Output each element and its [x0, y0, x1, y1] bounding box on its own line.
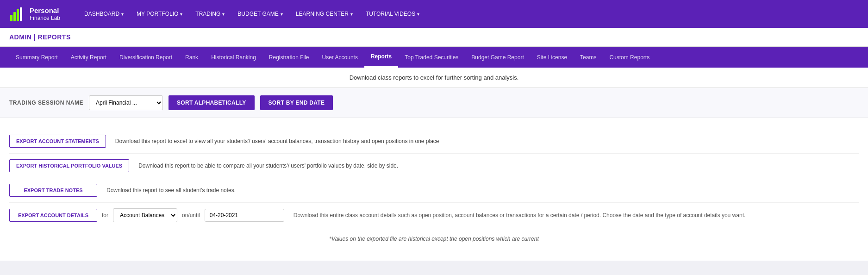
nav-items: DASHBOARD ▾ MY PORTFOLIO ▾ TRADING ▾ BUD… — [79, 7, 425, 21]
export-account-details-row: EXPORT ACCOUNT DETAILS for Account Balan… — [9, 203, 859, 228]
tab-registration-file[interactable]: Registration File — [262, 47, 316, 68]
svg-rect-1 — [13, 12, 16, 21]
tab-rank[interactable]: Rank — [179, 47, 205, 68]
subtitle-text: Download class reports to excel for furt… — [350, 74, 519, 81]
top-navigation: Personal Finance Lab DASHBOARD ▾ MY PORT… — [0, 0, 868, 28]
nav-portfolio[interactable]: MY PORTFOLIO ▾ — [131, 7, 188, 21]
chevron-down-icon: ▾ — [180, 12, 182, 17]
svg-rect-2 — [17, 9, 19, 21]
chevron-down-icon: ▾ — [350, 12, 353, 17]
secondary-navigation: Summary Report Activity Report Diversifi… — [0, 47, 868, 68]
sort-by-end-date-button[interactable]: SORT BY END DATE — [260, 95, 333, 110]
nav-dashboard[interactable]: DASHBOARD ▾ — [79, 7, 129, 21]
tab-site-license[interactable]: Site License — [531, 47, 574, 68]
export-historical-portfolio-desc: Download this report to be able to compa… — [138, 162, 859, 169]
sort-alphabetically-button[interactable]: SORT ALPHABETICALLY — [169, 95, 254, 110]
trading-session-select[interactable]: April Financial ... — [89, 95, 163, 110]
export-trade-notes-row: EXPORT TRADE NOTES Download this report … — [9, 178, 859, 203]
export-account-details-desc: Download this entire class account detai… — [293, 212, 746, 219]
export-historical-portfolio-button[interactable]: EXPORT HISTORICAL PORTFOLIO VALUES — [9, 159, 129, 172]
for-label: for — [102, 212, 108, 219]
date-input[interactable] — [205, 209, 284, 222]
export-historical-portfolio-row: EXPORT HISTORICAL PORTFOLIO VALUES Downl… — [9, 154, 859, 178]
chevron-down-icon: ▾ — [281, 12, 283, 17]
filter-bar: TRADING SESSION NAME April Financial ...… — [0, 88, 868, 118]
nav-tutorial-videos[interactable]: TUTORIAL VIDEOS ▾ — [360, 7, 425, 21]
export-trade-notes-button[interactable]: EXPORT TRADE NOTES — [9, 184, 97, 197]
chevron-down-icon: ▾ — [222, 12, 225, 17]
trading-session-label: TRADING SESSION NAME — [9, 100, 83, 106]
tab-historical-ranking[interactable]: Historical Ranking — [205, 47, 262, 68]
on-until-label: on/until — [182, 212, 200, 219]
nav-learning-center[interactable]: LEARNING CENTER ▾ — [290, 7, 358, 21]
tab-top-traded-securities[interactable]: Top Traded Securities — [398, 47, 465, 68]
export-account-statements-button[interactable]: EXPORT ACCOUNT STATEMENTS — [9, 135, 106, 148]
nav-trading[interactable]: TRADING ▾ — [190, 7, 230, 21]
logo-icon — [9, 6, 26, 22]
chevron-down-icon: ▾ — [121, 12, 124, 17]
tab-teams[interactable]: Teams — [574, 47, 603, 68]
logo-text: Personal Finance Lab — [30, 6, 60, 21]
export-trade-notes-desc: Download this report to see all student'… — [106, 187, 859, 194]
tab-user-accounts[interactable]: User Accounts — [316, 47, 364, 68]
svg-rect-0 — [10, 15, 12, 21]
tab-summary-report[interactable]: Summary Report — [9, 47, 64, 68]
logo: Personal Finance Lab — [9, 6, 60, 22]
breadcrumb: ADMIN | REPORTS — [9, 33, 859, 41]
tab-activity-report[interactable]: Activity Report — [64, 47, 113, 68]
export-account-details-inline: EXPORT ACCOUNT DETAILS for Account Balan… — [9, 208, 284, 222]
svg-rect-3 — [20, 7, 22, 21]
export-account-details-button[interactable]: EXPORT ACCOUNT DETAILS — [9, 209, 97, 222]
footnote: *Values on the exported file are histori… — [9, 228, 859, 250]
export-account-statements-row: EXPORT ACCOUNT STATEMENTS Download this … — [9, 129, 859, 154]
chevron-down-icon: ▾ — [417, 12, 419, 17]
export-account-statements-desc: Download this report to excel to view al… — [115, 138, 859, 144]
tab-budget-game-report[interactable]: Budget Game Report — [465, 47, 530, 68]
subtitle-bar: Download class reports to excel for furt… — [0, 68, 868, 88]
content-area: EXPORT ACCOUNT STATEMENTS Download this … — [0, 118, 868, 261]
admin-breadcrumb-bar: ADMIN | REPORTS — [0, 28, 868, 47]
tab-reports[interactable]: Reports — [364, 47, 398, 68]
tab-custom-reports[interactable]: Custom Reports — [603, 47, 656, 68]
nav-budget-game[interactable]: BUDGET GAME ▾ — [232, 7, 288, 21]
tab-diversification-report[interactable]: Diversification Report — [113, 47, 179, 68]
account-details-type-select[interactable]: Account Balances Transactions Open Posit… — [113, 208, 177, 222]
